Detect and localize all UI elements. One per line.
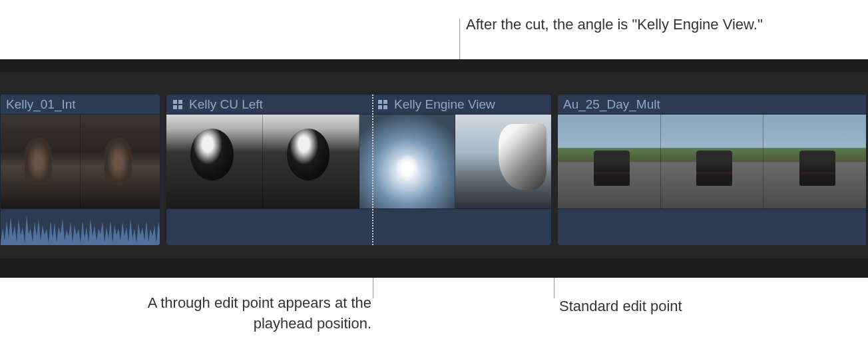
clip-kelly-cu-left[interactable]: Kelly CU Left (166, 94, 552, 246)
clip-thumbnails (558, 115, 866, 208)
clip-name-label: Kelly_01_Int (6, 97, 76, 112)
clip-thumbnails (1, 115, 160, 208)
thumbnail (1, 115, 81, 208)
clip-name-label: Kelly CU Left (189, 97, 263, 112)
clip-header[interactable]: Au_25_Day_Mult (558, 95, 866, 115)
clip-au-25-day-mult[interactable]: Au_25_Day_Mult (557, 94, 867, 246)
clip-header[interactable]: Kelly_01_Int (1, 95, 160, 115)
clip-kelly-01-int[interactable]: Kelly_01_Int (0, 94, 160, 246)
thumbnail (661, 115, 764, 208)
svg-rect-0 (173, 100, 177, 104)
thumbnail (763, 115, 866, 208)
thumbnail (81, 115, 160, 208)
annotation-top: After the cut, the angle is "Kelly Engin… (466, 15, 763, 35)
thumbnail (263, 115, 359, 208)
clip-row: Kelly_01_Int (0, 94, 868, 246)
clip-header[interactable]: Kelly CU Left (166, 95, 551, 115)
clip-thumbnails (166, 115, 551, 208)
svg-rect-2 (173, 105, 177, 109)
thumbnail (558, 115, 661, 208)
annotation-standard-edit: Standard edit point (559, 296, 682, 317)
timeline[interactable]: Kelly_01_Int (0, 59, 868, 278)
through-edit-point[interactable] (372, 95, 373, 245)
multicam-clip-group: Kelly CU Left (166, 94, 552, 246)
timeline-track-area[interactable]: Kelly_01_Int (0, 72, 868, 258)
clip-audio-waveform[interactable] (166, 208, 551, 245)
thumbnail (359, 115, 456, 208)
clip-name-label: Au_25_Day_Mult (563, 97, 660, 112)
clip-audio-waveform[interactable] (1, 208, 160, 245)
multicam-angle-icon (172, 99, 184, 111)
thumbnail (166, 115, 263, 208)
svg-rect-1 (178, 100, 182, 104)
annotation-through-edit: A through edit point appears at the play… (118, 293, 371, 334)
clip-audio-waveform[interactable] (558, 208, 866, 245)
thumbnail (455, 115, 551, 208)
clip-gap (552, 94, 557, 246)
waveform-icon (1, 208, 160, 245)
svg-rect-3 (178, 105, 182, 109)
clip-gap (160, 94, 166, 246)
